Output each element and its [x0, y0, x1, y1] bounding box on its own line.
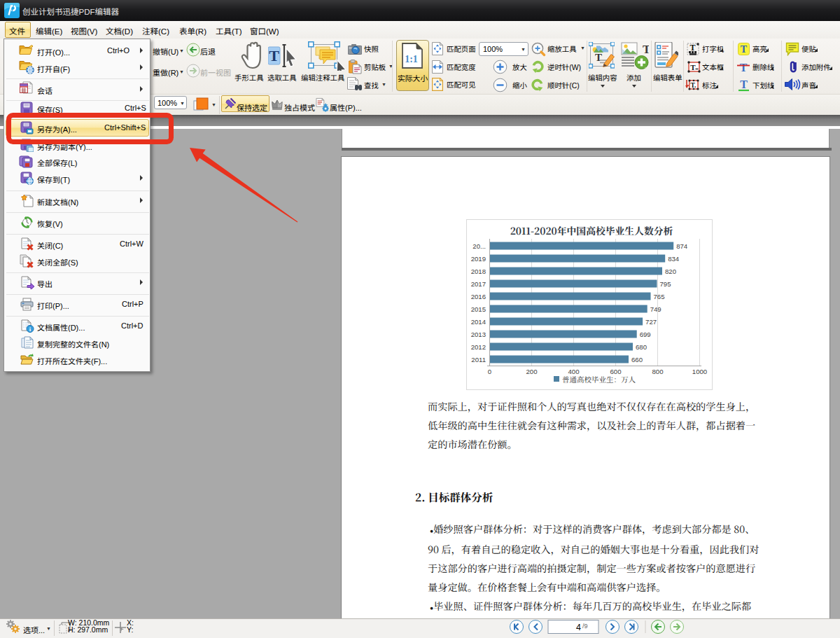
svg-text:2014: 2014	[471, 318, 486, 326]
svg-text:20...: 20...	[472, 242, 486, 250]
svg-text:660: 660	[631, 356, 643, 363]
svg-text:727: 727	[645, 318, 657, 326]
svg-text:2015: 2015	[471, 305, 486, 313]
svg-text:749: 749	[650, 305, 662, 313]
svg-text:2012: 2012	[471, 343, 486, 351]
svg-text:800: 800	[652, 368, 663, 375]
svg-text:2011-2020年中国高校毕业生人数分析: 2011-2020年中国高校毕业生人数分析	[510, 223, 673, 237]
svg-text:T: T	[269, 47, 279, 64]
svg-text:2019: 2019	[471, 255, 486, 263]
svg-text:4: 4	[576, 623, 581, 632]
svg-text:2013: 2013	[471, 331, 486, 338]
svg-text:2018: 2018	[471, 268, 486, 275]
svg-text:/9: /9	[582, 623, 588, 630]
svg-text:765: 765	[654, 293, 665, 300]
svg-text:200: 200	[526, 368, 537, 375]
svg-text:T: T	[690, 63, 696, 71]
svg-text:834: 834	[668, 255, 680, 263]
svg-text:T: T	[740, 62, 748, 74]
svg-text:795: 795	[660, 280, 671, 288]
svg-text:820: 820	[665, 268, 676, 275]
svg-text:T: T	[690, 43, 695, 53]
svg-text:874: 874	[676, 242, 688, 250]
svg-text:2016: 2016	[471, 293, 486, 300]
svg-text:T.: T.	[690, 82, 696, 89]
svg-text:699: 699	[640, 331, 651, 338]
svg-text:T: T	[741, 44, 748, 55]
svg-text:T: T	[740, 78, 748, 90]
svg-text:T: T	[643, 43, 649, 56]
svg-text:普通高校毕业生：万人: 普通高校毕业生：万人	[562, 374, 636, 384]
svg-text:0: 0	[488, 368, 491, 375]
svg-text:2017: 2017	[471, 280, 486, 288]
svg-text:680: 680	[636, 343, 647, 351]
svg-text:1:1: 1:1	[405, 54, 418, 64]
svg-text:T: T	[595, 52, 602, 63]
svg-text:2011: 2011	[471, 356, 486, 363]
svg-text:1000: 1000	[692, 368, 707, 375]
